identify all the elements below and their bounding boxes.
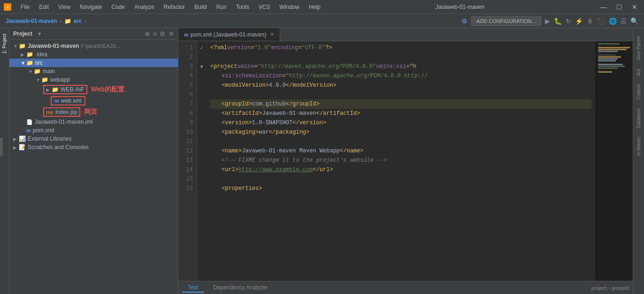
gutter-fold-3[interactable]: ▼: [199, 62, 204, 71]
src-folder[interactable]: ▼ 📁 src: [9, 59, 178, 67]
minimap-line-10: [598, 60, 616, 61]
menu-run[interactable]: Run: [215, 3, 229, 11]
stop-button[interactable]: ⬛: [597, 17, 605, 25]
menu-code[interactable]: Code: [109, 3, 127, 11]
settings-icon[interactable]: ⚙: [160, 30, 166, 38]
indexjsp-annotated[interactable]: jsp index.jsp: [43, 107, 80, 117]
iml-label: Javaweb-01-maven.iml: [35, 119, 92, 125]
debug-button[interactable]: 🐛: [554, 17, 562, 25]
code-line-5: <modelVersion>4.0.0</modelVersion>: [210, 81, 591, 90]
extlib-icon: 📊: [19, 136, 26, 142]
minimize-button[interactable]: —: [598, 3, 610, 11]
search-everywhere-button[interactable]: 🔍: [630, 17, 638, 25]
pom-label: pom.xml: [33, 127, 54, 134]
maven-tab[interactable]: m Maven: [635, 133, 642, 159]
idea-icon: 📁: [26, 51, 33, 58]
locate-file-icon[interactable]: ⊕: [145, 30, 150, 38]
tree-root[interactable]: ▼ 📁 Javaweb-01-maven F:\java\IDEA20...: [9, 42, 178, 50]
minimap-line-3: [598, 47, 630, 48]
window-controls: — ☐ ✕: [598, 3, 640, 11]
bottom-breadcrumb: project › groupId: [591, 285, 629, 291]
line-numbers: 1 2 3 4 5 6 7 8 9 10 11 12 13 14 15 16: [178, 41, 197, 281]
menu-help[interactable]: Help: [307, 3, 322, 11]
editor-area: m pom.xml (Javaweb-01-maven) ✕ 1 2 3 4 5…: [178, 28, 633, 294]
project-panel: Project ▼ ⊕ ≡ ⚙ ✕ ▼ 📁 Javaweb-01-maven F…: [9, 28, 178, 294]
title-bar-left: J File Edit View Navigate Code Analyze R…: [4, 3, 322, 11]
indexjsp-row: jsp index.jsp 网页: [9, 106, 178, 118]
project-tab-vertical[interactable]: 1: Project: [1, 30, 8, 57]
browser-icon[interactable]: 🌐: [609, 17, 617, 25]
tab-close-button[interactable]: ✕: [270, 31, 274, 38]
webinf-folder-annotated[interactable]: ▶ 📁 WEB-INF: [43, 85, 87, 94]
code-line-16: <properties>: [210, 184, 591, 193]
webxml-icon: m: [54, 98, 59, 104]
add-configuration-button[interactable]: ADD CONFIGURATION...: [471, 16, 541, 26]
code-line-13: <!-- FIXME change it to the project's we…: [210, 156, 591, 165]
dependency-analyzer-tab[interactable]: Dependency Analyzer: [207, 283, 274, 293]
collapse-all-icon[interactable]: ≡: [153, 30, 157, 38]
webinf-label: WEB-INF: [61, 86, 84, 93]
layout-button[interactable]: ☰: [621, 17, 627, 25]
webapp-folder[interactable]: ▼ 📁 webapp: [9, 75, 178, 84]
tab-pom-icon: m: [184, 32, 189, 38]
project-panel-header: Project ▼ ⊕ ≡ ⚙ ✕: [9, 28, 178, 40]
hide-panel-icon[interactable]: ✕: [169, 30, 174, 38]
code-line-6: [210, 90, 591, 99]
menu-tools[interactable]: Tools: [234, 3, 251, 11]
code-line-12: <name>Javaweb-01-maven Maven Webapp</nam…: [210, 146, 591, 156]
menu-analyze[interactable]: Analyze: [132, 3, 156, 11]
pom-file[interactable]: ▶ m pom.xml: [9, 126, 178, 135]
project-tree: ▼ 📁 Javaweb-01-maven F:\java\IDEA20... ▶…: [9, 40, 178, 294]
minimap-line-7: [598, 54, 616, 56]
code-line-7: <groupId>com.github</groupId>: [210, 99, 591, 109]
minimap-line-9: [598, 58, 618, 60]
webxml-annotated[interactable]: m web.xml: [51, 96, 85, 106]
json-parser-tab[interactable]: Json Parser: [635, 32, 642, 64]
breadcrumb-sep-2: ›: [84, 18, 86, 24]
maximize-button[interactable]: ☐: [613, 3, 625, 11]
menu-build[interactable]: Build: [192, 3, 209, 11]
coverage-button[interactable]: ↻: [566, 17, 571, 25]
text-tab[interactable]: Text: [182, 283, 204, 293]
code-editor[interactable]: 1 2 3 4 5 6 7 8 9 10 11 12 13 14 15 16: [178, 41, 633, 281]
run-button[interactable]: ▶: [545, 17, 550, 25]
code-line-8: <artifactId>Javaweb-01-maven</artifactId…: [210, 109, 591, 118]
code-content[interactable]: <?xml version="1.0" encoding="UTF-8"?> <…: [207, 41, 595, 281]
project-dropdown-icon[interactable]: ▼: [37, 31, 42, 37]
scratches-label: Scratches and Consoles: [28, 144, 89, 151]
menu-file[interactable]: File: [19, 3, 31, 11]
breadcrumb-src[interactable]: src: [73, 18, 82, 24]
main-folder[interactable]: ▼ 📁 main: [9, 67, 178, 75]
code-line-2: [210, 53, 591, 62]
breadcrumb-sep-1: ›: [60, 18, 61, 24]
scratches-icon: 📝: [19, 144, 26, 151]
minimap-line-2: [598, 45, 602, 46]
menu-navigate[interactable]: Navigate: [78, 3, 104, 11]
menu-vcs[interactable]: VCS: [257, 3, 272, 11]
pause-button[interactable]: ⏸: [587, 17, 593, 25]
idea-folder[interactable]: ▶ 📁 .idea: [9, 50, 178, 59]
minimap-line-4: [598, 49, 627, 50]
minimap-line-13: [598, 66, 625, 67]
close-button[interactable]: ✕: [629, 3, 640, 11]
external-libraries[interactable]: ▶ 📊 External Libraries: [9, 135, 178, 143]
webapp-arrow: ▼: [36, 77, 41, 83]
menu-edit[interactable]: Edit: [37, 3, 51, 11]
minimap-line-5: [598, 51, 618, 52]
menu-view[interactable]: View: [56, 3, 72, 11]
database-tab[interactable]: Database: [635, 105, 642, 132]
minimap-line-6: [598, 53, 602, 54]
breadcrumb-project[interactable]: Javaweb-01-maven: [6, 18, 57, 24]
menu-refactor[interactable]: Refactor: [162, 3, 187, 11]
profile-button[interactable]: ⚡: [575, 17, 583, 25]
config-icon[interactable]: ⚙: [461, 17, 468, 25]
scratches[interactable]: ▶ 📝 Scratches and Consoles: [9, 143, 178, 151]
ant-tab[interactable]: Ant: [635, 65, 642, 80]
pom-tab[interactable]: m pom.xml (Javaweb-01-maven) ✕: [178, 28, 280, 41]
iml-file[interactable]: ▶ 📄 Javaweb-01-maven.iml: [9, 118, 178, 126]
codota-tab[interactable]: Codota: [635, 81, 642, 103]
code-line-11: [210, 137, 591, 146]
structure-panel-tab[interactable]: Structure: [0, 137, 4, 157]
minimap-line-11: [598, 62, 602, 63]
menu-window[interactable]: Window: [277, 3, 301, 11]
